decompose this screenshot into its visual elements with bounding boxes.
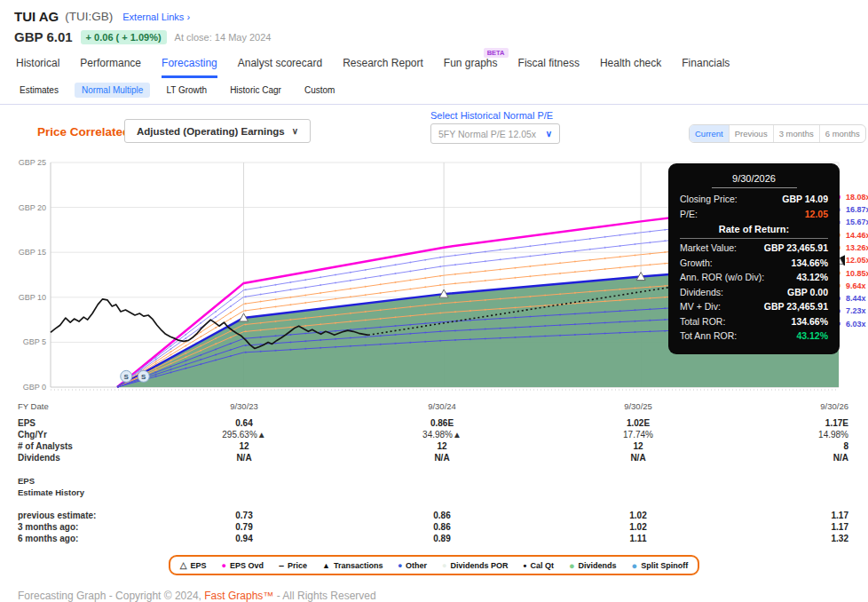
- tooltip-row: Dividends:GBP 0.00: [680, 287, 828, 297]
- tab-fiscal-fitness[interactable]: Fiscal fitness: [518, 57, 580, 78]
- tab-analyst-scorecard[interactable]: Analyst scorecard: [238, 57, 322, 78]
- pe-multiple-label: 14.46x: [846, 231, 868, 240]
- tooltip-row: Tot Ann ROR:43.12%: [680, 330, 828, 341]
- eps-ovd-icon: ●: [221, 561, 225, 570]
- fy-date-label: FY Date: [0, 401, 145, 412]
- stock-title: TUI AG: [14, 9, 59, 24]
- estimate-cell: 1.32: [736, 534, 868, 544]
- tab-fun-graphs[interactable]: Fun graphsBETA: [444, 57, 498, 78]
- range-button-6-months[interactable]: 6 months: [819, 125, 865, 142]
- legend-label: Split Spinoff: [641, 561, 688, 570]
- estimate-cell: 1.02: [541, 522, 736, 533]
- row-label: Dividends: [0, 453, 145, 463]
- pe-multiple-label: 8.44x: [846, 294, 866, 303]
- estimate-history-header: EPS Estimate History: [18, 475, 868, 498]
- pe-multiple-label: 12.05x: [846, 256, 868, 265]
- tab-historical[interactable]: Historical: [16, 57, 59, 78]
- forecasting-chart-area: GBP 25GBP 20GBP 15GBP 10GBP 5GBP 018.08x…: [0, 156, 868, 398]
- estimate-cell: 0.86: [343, 522, 541, 533]
- pe-multiple-label: 18.08x: [846, 193, 868, 202]
- estimate-cell: 0.79: [145, 522, 343, 533]
- legend-item-eps[interactable]: △EPS: [180, 560, 207, 570]
- tooltip-row: P/E:12.05: [680, 209, 828, 219]
- table-cell: N/A: [343, 453, 541, 463]
- table-cell: 1.17E: [736, 418, 868, 429]
- estimate-row-6-months-ago: 6 months ago:0.940.891.111.32: [0, 534, 868, 544]
- subtab-estimates[interactable]: Estimates: [12, 83, 66, 98]
- estimate-row-label: 3 months ago:: [0, 522, 145, 533]
- table-cell: N/A: [736, 453, 868, 463]
- table-cell: 0.64: [145, 418, 343, 429]
- table-cell: 17.74%: [541, 430, 736, 440]
- main-tabs: HistoricalPerformanceForecastingAnalyst …: [0, 44, 868, 78]
- tooltip-row: MV + Div:GBP 23,465.91: [680, 301, 828, 312]
- table-cell: 14.98%: [736, 430, 868, 440]
- subtab-lt-growth[interactable]: LT Growth: [159, 83, 214, 98]
- pe-multiple-label: 13.26x: [846, 243, 868, 252]
- fy-date-row: FY Date9/30/239/30/249/30/259/30/26: [0, 401, 868, 412]
- eps-icon: △: [180, 560, 187, 570]
- estimate-history-table: previous estimate:0.730.861.021.173 mont…: [0, 511, 868, 544]
- tab-financials[interactable]: Financials: [682, 57, 730, 78]
- fy-date: 9/30/25: [541, 401, 736, 412]
- time-range-button-group: CurrentPrevious3 months6 months: [689, 124, 866, 143]
- tab-research-report[interactable]: Research Report: [343, 57, 423, 78]
- earnings-metric-dropdown[interactable]: Adjusted (Operating) Earnings ∨: [124, 119, 311, 143]
- estimate-row-label: previous estimate:: [0, 511, 145, 521]
- legend-label: Dividends: [579, 561, 617, 570]
- subtab-historic-cagr[interactable]: Historic Cagr: [223, 83, 288, 98]
- tab-forecasting[interactable]: Forecasting: [162, 57, 217, 78]
- table-row-of-analysts: # of Analysts1212128: [0, 441, 868, 452]
- table-cell: 12: [145, 441, 343, 452]
- tooltip-row: Closing Price:GBP 14.09: [680, 194, 828, 204]
- fiscal-year-table: FY Date9/30/239/30/249/30/259/30/26EPS0.…: [0, 401, 868, 463]
- transactions-icon: ▲: [322, 561, 330, 570]
- chart-legend: △EPS●EPS Ovd–Price▲Transactions•Other●Di…: [169, 555, 700, 575]
- y-axis-tick: GBP 25: [19, 158, 46, 167]
- dividends-por-icon: ●: [442, 561, 446, 570]
- legend-item-dividends-por[interactable]: ●Dividends POR: [442, 561, 508, 570]
- legend-item-eps-ovd[interactable]: ●EPS Ovd: [221, 561, 263, 570]
- range-button-previous[interactable]: Previous: [729, 125, 773, 142]
- tooltip-date: 9/30/2026: [712, 173, 797, 188]
- legend-label: Other: [406, 561, 427, 570]
- chevron-down-icon: ∨: [292, 126, 298, 136]
- row-label: # of Analysts: [0, 441, 145, 452]
- y-axis-tick: GBP 15: [19, 248, 46, 257]
- table-cell: 34.98%▲: [343, 430, 541, 440]
- subtab-custom[interactable]: Custom: [297, 83, 342, 98]
- historical-pe-dropdown[interactable]: 5FY Normal P/E 12.05x ∨: [430, 123, 560, 144]
- legend-item-price[interactable]: –Price: [279, 560, 307, 571]
- legend-item-other[interactable]: •Other: [398, 558, 428, 572]
- estimate-cell: 1.02: [541, 511, 736, 521]
- table-row-eps: EPS0.640.86E1.02E1.17E: [0, 418, 868, 429]
- table-cell: N/A: [541, 453, 736, 463]
- estimate-cell: 0.73: [145, 511, 343, 521]
- external-links-link[interactable]: External Links ›: [122, 12, 190, 22]
- svg-text:S: S: [141, 373, 146, 381]
- legend-item-dividends[interactable]: ●Dividends: [569, 560, 617, 571]
- legend-item-split-spinoff[interactable]: ●Split Spinoff: [632, 560, 689, 571]
- chart-controls: Price Correlated With Adjusted (Operatin…: [0, 105, 868, 156]
- select-historical-pe-label: Select Historical Normal P/E: [430, 110, 553, 121]
- cal-qt-icon: •: [524, 560, 527, 571]
- stock-price: GBP 6.01: [14, 29, 73, 44]
- fy-date: 9/30/24: [343, 401, 541, 412]
- estimate-cell: 1.17: [736, 522, 868, 533]
- range-button-current[interactable]: Current: [690, 125, 729, 142]
- spinoff-marker: S: [121, 370, 132, 382]
- page-footer: Forecasting Graph - Copyright © 2024, Fa…: [18, 590, 868, 602]
- pe-multiple-label: 9.64x: [846, 281, 866, 290]
- pe-multiple-label: 10.85x: [846, 269, 868, 278]
- legend-item-cal-qt[interactable]: •Cal Qt: [524, 560, 554, 571]
- estimate-cell: 0.94: [145, 534, 343, 544]
- chevron-right-icon: ›: [186, 12, 190, 22]
- subtab-normal-multiple[interactable]: Normal Multiple: [75, 83, 150, 98]
- estimate-cell: 1.11: [541, 534, 736, 544]
- other-icon: •: [398, 558, 403, 572]
- range-button-3-months[interactable]: 3 months: [773, 125, 819, 142]
- tab-performance[interactable]: Performance: [80, 57, 141, 78]
- legend-item-transactions[interactable]: ▲Transactions: [322, 561, 383, 570]
- tab-health-check[interactable]: Health check: [600, 57, 661, 78]
- stock-header: TUI AG (TUI:GB) External Links › GBP 6.0…: [0, 0, 868, 44]
